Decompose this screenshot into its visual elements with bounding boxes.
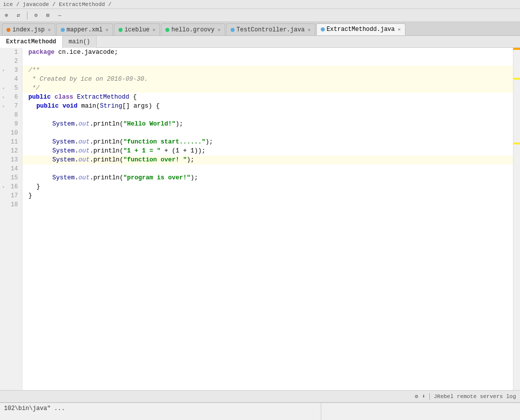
line-num-6: ▿ 6 [0, 93, 22, 102]
code-system-12: System [52, 147, 75, 154]
code-system-13: System [52, 156, 75, 163]
scrollbar-markers [513, 48, 520, 390]
toolbar-icon-5[interactable]: — [55, 11, 64, 20]
sub-tab-label-main: main() [69, 38, 90, 45]
code-println-13: println( [94, 156, 124, 163]
download-status-icon[interactable]: ⬇ [422, 393, 425, 400]
tab-hello-groovy[interactable]: hello.groovy ✕ [161, 23, 225, 35]
code-line-5: */ [22, 84, 513, 93]
editor-container: ExtractMethodd main() 1 2 ▿ 3 4 ▿ 5 ▿ 6 [0, 36, 520, 390]
toolbar-icon-2[interactable]: ⇄ [14, 11, 23, 20]
tab-dot-iceblue [119, 28, 123, 32]
line-num-8: 8 [0, 111, 22, 120]
tab-dot-mapper-xml [61, 28, 65, 32]
line-num-15: 15 [0, 173, 22, 182]
comment-open: /** [28, 67, 40, 74]
keyword-class: class [55, 94, 74, 101]
code-paren-11: ); [206, 139, 213, 145]
tab-label-mapper-xml: mapper.xml [67, 26, 103, 33]
toolbar-icon-4[interactable]: ⊞ [43, 11, 52, 20]
fold-icon-16[interactable]: ▿ [1, 184, 6, 189]
gear-status-icon[interactable]: ⚙ [415, 393, 418, 400]
code-str-13: "function over! " [124, 156, 187, 163]
sub-tab-extract-methord[interactable]: ExtractMethodd [0, 36, 63, 48]
code-line-3: /** [22, 66, 513, 75]
code-println-9: println( [94, 121, 124, 128]
tab-label-extract-methord: ExtractMethodd.java [327, 26, 395, 33]
editor-main: 1 2 ▿ 3 4 ▿ 5 ▿ 6 ▿ 7 8 9 10 11 12 [0, 48, 520, 390]
line-num-18: 18 [0, 200, 22, 209]
tab-label-test-controller: TestController.java [237, 26, 305, 33]
fold-icon-6[interactable]: ▿ [1, 95, 6, 100]
line-num-3: ▿ 3 [0, 66, 22, 75]
code-system-9: System [52, 121, 75, 128]
code-line-2 [22, 57, 513, 66]
code-line-14 [22, 164, 513, 173]
code-system-15: System [52, 174, 75, 181]
tab-extract-methord[interactable]: ExtractMethodd.java ✕ [316, 23, 405, 35]
tab-dot-index-jsp [6, 28, 10, 32]
code-line-6: public class ExtractMethodd { [22, 93, 513, 102]
toolbar-icon-1[interactable]: ⊕ [2, 11, 11, 20]
status-right: ⚙ ⬇ JRebel remote servers log [415, 393, 516, 400]
line-num-14: 14 [0, 164, 22, 173]
tab-dot-extract-methord [321, 27, 325, 31]
fold-icon-3[interactable]: ▿ [1, 68, 6, 73]
comment-created: * Created by ice on 2016-09-30. [28, 76, 148, 83]
line-num-7: ▿ 7 [0, 102, 22, 111]
jrebel-label[interactable]: JRebel remote servers log [434, 394, 516, 400]
tab-close-extract-methord[interactable]: ✕ [397, 26, 400, 32]
code-brace-close-method: } [36, 183, 40, 190]
code-paren-13: ); [187, 156, 194, 163]
toolbar-icon-3[interactable]: ⚙ [31, 11, 40, 20]
tab-mapper-xml[interactable]: mapper.xml ✕ [56, 23, 113, 35]
tab-iceblue[interactable]: iceblue ✕ [114, 23, 160, 35]
bottom-left-terminal[interactable]: 102\bin\java" ... [0, 403, 321, 420]
code-paren-15: ); [191, 174, 198, 181]
code-str-15: "program is over!" [124, 174, 191, 181]
tab-index-jsp[interactable]: index.jsp ✕ [2, 23, 55, 35]
code-str-9: "Hello World!" [124, 121, 176, 128]
code-println-11: println( [94, 139, 124, 145]
sub-tab-main[interactable]: main() [63, 36, 97, 48]
comment-close: */ [28, 85, 40, 92]
line-numbers: 1 2 ▿ 3 4 ▿ 5 ▿ 6 ▿ 7 8 9 10 11 12 [0, 48, 22, 390]
code-concat-12: + (1 + 1)); [161, 147, 206, 154]
tab-dot-test-controller [231, 28, 235, 32]
fold-icon-5[interactable]: ▿ [1, 86, 6, 91]
terminal-text: 102\bin\java" ... [4, 405, 65, 412]
keyword-void: void [63, 103, 78, 110]
status-bar: ⚙ ⬇ JRebel remote servers log [0, 390, 520, 402]
classname: ExtractMethodd [77, 94, 130, 101]
tab-test-controller[interactable]: TestController.java ✕ [226, 23, 315, 35]
code-str-11: "function start......" [124, 139, 206, 145]
sub-tab-label-extract-methord: ExtractMethodd [6, 38, 56, 45]
code-package-name: cn.ice.javacode; [58, 49, 118, 56]
status-separator [429, 393, 430, 400]
breadcrumb-bar: ice / javacode / ExtractMethodd / [0, 0, 520, 9]
tab-close-iceblue[interactable]: ✕ [152, 27, 155, 33]
code-out-12: out [79, 147, 90, 154]
line-num-9: 9 [0, 120, 22, 129]
toolbar: ⊕ ⇄ ⚙ ⊞ — [0, 9, 520, 22]
tab-label-index-jsp: index.jsp [12, 26, 45, 33]
code-brace-open-class: { [133, 94, 137, 101]
line-num-16: ▿ 16 [0, 182, 22, 191]
type-string: String [100, 103, 123, 110]
code-paren-9: ); [176, 121, 183, 128]
tab-close-hello-groovy[interactable]: ✕ [218, 27, 221, 33]
tab-close-index-jsp[interactable]: ✕ [48, 27, 51, 33]
tab-close-test-controller[interactable]: ✕ [308, 27, 311, 33]
code-line-15: System.out.println("program is over!"); [22, 173, 513, 182]
line-num-4: 4 [0, 75, 22, 84]
tab-close-mapper-xml[interactable]: ✕ [106, 27, 109, 33]
code-area[interactable]: package cn.ice.javacode; /** * Created b… [22, 48, 513, 390]
code-line-10 [22, 129, 513, 138]
code-println-12: println( [94, 147, 124, 154]
line-num-2: 2 [0, 57, 22, 66]
code-brace-close-class: } [28, 192, 32, 199]
fold-icon-7[interactable]: ▿ [1, 104, 6, 109]
code-out-13: out [79, 156, 90, 163]
code-line-12: System.out.println("1 + 1 = " + (1 + 1))… [22, 146, 513, 155]
code-line-4: * Created by ice on 2016-09-30. [22, 75, 513, 84]
